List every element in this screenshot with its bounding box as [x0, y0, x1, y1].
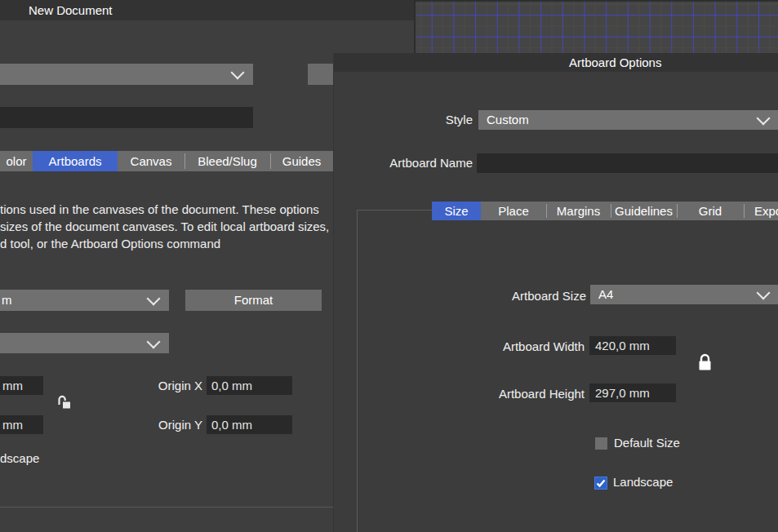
style-value: Custom	[478, 113, 529, 126]
document-name-field[interactable]	[0, 107, 253, 128]
tab-guidelines[interactable]: Guidelines	[611, 202, 677, 220]
origin-y-label: Origin Y	[106, 415, 202, 434]
artboards-description: tions used in the canvases of the docume…	[0, 201, 336, 252]
origin-y-value: 0,0 mm	[207, 418, 252, 432]
chevron-down-icon	[757, 286, 771, 300]
artboard-height-label: Artboard Height	[456, 384, 585, 403]
landscape-label: Landscape	[613, 475, 673, 489]
tab-guides[interactable]: Guides	[270, 151, 333, 171]
artboard-size-dropdown[interactable]: A4	[590, 285, 778, 304]
landscape-label-clipped: dscape	[0, 451, 39, 465]
artboard-width-fragment: mm	[0, 379, 23, 392]
artboard-width-input[interactable]: 420,0 mm	[589, 336, 676, 355]
chevron-down-icon	[231, 66, 245, 80]
tab-grid[interactable]: Grid	[677, 202, 744, 220]
app-root: New Document olor Artboards Canvas Bleed…	[0, 0, 778, 532]
artboard-preset-dropdown[interactable]: m	[0, 290, 169, 311]
chevron-down-icon	[757, 112, 771, 126]
description-line: tions used in the canvases of the docume…	[0, 201, 336, 218]
bottom-divider	[0, 507, 333, 508]
artboard-size-value: A4	[590, 287, 613, 301]
clipped-button[interactable]	[308, 64, 333, 85]
artboard-options-tabstrip: Size Place Margins Guidelines Grid Expo	[432, 202, 778, 220]
tab-size[interactable]: Size	[432, 202, 481, 220]
artboard-width-value: 420,0 mm	[589, 339, 650, 352]
document-preset-dropdown[interactable]	[0, 64, 253, 85]
groupbox-top-border	[357, 210, 432, 211]
artboard-options-titlebar[interactable]: Artboard Options	[334, 53, 778, 72]
new-document-titlebar[interactable]: New Document	[0, 0, 414, 20]
origin-x-value: 0,0 mm	[207, 379, 252, 392]
artboard-name-label: Artboard Name	[367, 153, 473, 173]
artboard-size-label: Artboard Size	[456, 286, 586, 306]
artboard-width-label: Artboard Width	[456, 337, 585, 356]
tab-place[interactable]: Place	[481, 202, 546, 220]
artboard-name-value	[477, 156, 482, 170]
orientation-dropdown[interactable]	[0, 333, 169, 353]
document-canvas-grid	[414, 0, 778, 55]
artboard-height-fragment: mm	[0, 418, 23, 432]
groupbox-left-border	[357, 210, 358, 532]
artboard-options-title: Artboard Options	[569, 53, 661, 72]
checkbox-checked-icon	[594, 477, 607, 490]
artboard-name-input[interactable]	[477, 153, 778, 173]
artboard-height-value: 297,0 mm	[589, 386, 650, 400]
new-document-title: New Document	[29, 0, 113, 20]
origin-x-field[interactable]: 0,0 mm	[207, 376, 292, 395]
description-line: sizes of the document canvases. To edit …	[0, 218, 336, 235]
chevron-down-icon	[147, 292, 161, 306]
chevron-down-icon	[147, 335, 161, 348]
style-label: Style	[383, 110, 473, 130]
description-line: d tool, or the Artboard Options command	[0, 235, 336, 252]
artboard-width-field-clipped[interactable]: mm	[0, 376, 43, 395]
artboard-preset-value: m	[0, 293, 12, 307]
origin-x-label: Origin X	[106, 376, 202, 395]
unlock-icon[interactable]	[56, 395, 71, 409]
document-preset-value	[0, 67, 7, 81]
checkbox-unchecked-icon	[595, 437, 607, 450]
tab-canvas[interactable]: Canvas	[118, 151, 184, 171]
style-dropdown[interactable]: Custom	[478, 110, 778, 130]
lock-icon[interactable]	[698, 353, 712, 371]
artboard-options-dialog: Artboard Options Style Custom Artboard N…	[333, 53, 778, 532]
origin-y-field[interactable]: 0,0 mm	[207, 415, 292, 434]
tab-margins[interactable]: Margins	[546, 202, 611, 220]
tab-export[interactable]: Expo	[744, 202, 778, 220]
tab-bleed-slug[interactable]: Bleed/Slug	[184, 151, 270, 171]
tab-color[interactable]: olor	[0, 151, 33, 171]
new-document-tabstrip: olor Artboards Canvas Bleed/Slug Guides	[0, 151, 333, 171]
artboard-height-field-clipped[interactable]: mm	[0, 415, 43, 434]
format-button[interactable]: Format	[185, 290, 322, 311]
tab-artboards[interactable]: Artboards	[33, 151, 118, 171]
default-size-label: Default Size	[614, 436, 680, 450]
artboard-height-input[interactable]: 297,0 mm	[589, 383, 676, 402]
